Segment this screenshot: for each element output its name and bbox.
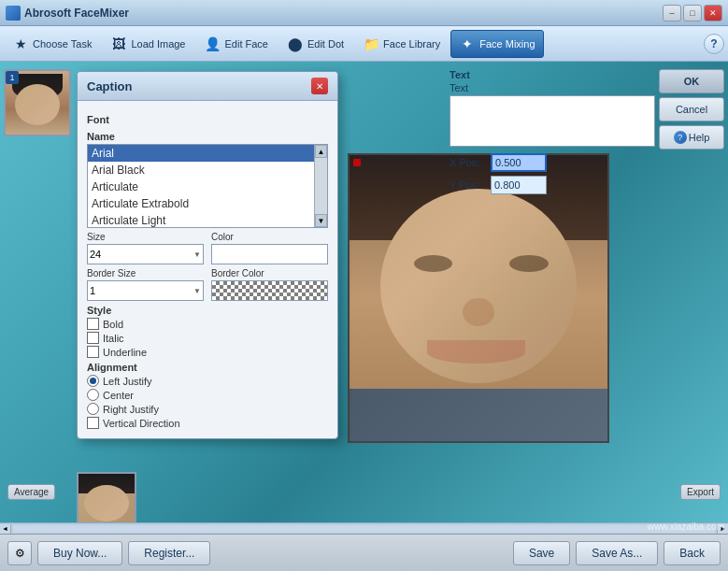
font-scrollbar[interactable]: ▲ ▼ — [314, 145, 327, 227]
font-item-articulate-extrabold[interactable]: Articulate Extrabold — [88, 195, 314, 212]
italic-label: Italic — [103, 333, 124, 344]
font-list-content: Arial Arial Black Articulate Articulate … — [88, 145, 314, 228]
bold-checkbox[interactable] — [87, 318, 99, 330]
bold-label: Bold — [103, 319, 123, 330]
text-input[interactable] — [450, 95, 655, 147]
font-item-arial-black[interactable]: Arial Black — [88, 162, 314, 178]
face-mixing-label: Face Mixing — [479, 38, 535, 50]
italic-checkbox-row: Italic — [87, 332, 328, 344]
title-bar: Abrosoft FaceMixer – □ ✕ — [0, 0, 728, 26]
right-justify-radio[interactable] — [87, 403, 99, 415]
save-button[interactable]: Save — [513, 541, 570, 565]
dialog-title-bar: Caption ✕ — [78, 72, 337, 101]
left-justify-radio[interactable] — [87, 375, 99, 387]
watermark: www.xiazaiba.com — [648, 521, 724, 532]
app-icon — [6, 6, 21, 21]
dialog-body: Font Name Arial Arial Black Articulate A… — [78, 101, 337, 438]
choose-task-label: Choose Task — [33, 38, 92, 50]
toolbar-choose-task[interactable]: ★ Choose Task — [4, 30, 100, 58]
save-as-button[interactable]: Save As... — [576, 541, 658, 565]
italic-checkbox[interactable] — [87, 332, 99, 344]
border-color-col: Border Color — [211, 268, 328, 301]
font-item-articulate[interactable]: Articulate — [88, 178, 314, 195]
face-mixing-icon: ✦ — [459, 36, 476, 52]
average-button[interactable]: Average — [7, 484, 55, 500]
toolbar-face-library[interactable]: 📁 Face Library — [354, 30, 449, 58]
border-size-select[interactable]: 1 ▼ — [87, 280, 204, 301]
window-controls[interactable]: – □ ✕ — [663, 5, 722, 21]
ok-button[interactable]: OK — [659, 69, 724, 93]
color-col: Color — [211, 232, 328, 264]
buy-now-button[interactable]: Buy Now... — [37, 541, 122, 565]
size-select[interactable]: 24 ▼ — [87, 244, 204, 264]
help-circle-icon: ? — [674, 131, 687, 144]
size-color-row: Size 24 ▼ Color — [87, 232, 328, 264]
help-button[interactable]: ? — [704, 34, 724, 54]
border-size-dropdown-arrow: ▼ — [193, 287, 201, 295]
load-image-icon: 🖼 — [110, 36, 127, 52]
size-value: 24 — [90, 249, 101, 260]
text-section-label: Text — [450, 69, 655, 80]
style-label: Style — [87, 305, 328, 316]
horizontal-scroll-track — [13, 525, 715, 533]
xpos-label: X Pos: — [450, 157, 487, 168]
font-item-articulate-light[interactable]: Articulate Light — [88, 212, 314, 228]
dialog-close-button[interactable]: ✕ — [311, 78, 328, 94]
horizontal-scrollbar[interactable]: ◄ ► — [0, 522, 728, 534]
vertical-direction-label: Vertical Direction — [103, 418, 180, 429]
border-color-picker[interactable] — [211, 280, 328, 301]
minimize-button[interactable]: – — [663, 5, 681, 21]
bold-checkbox-row: Bold — [87, 318, 328, 330]
right-panel: Text Text X Pos: Y Pos: OK Cancel ? Help — [449, 69, 724, 194]
cancel-button[interactable]: Cancel — [659, 97, 724, 121]
font-item-arial[interactable]: Arial — [88, 145, 314, 162]
help-action-button[interactable]: ? Help — [659, 125, 724, 150]
face-library-icon: 📁 — [363, 36, 379, 52]
choose-task-icon: ★ — [12, 36, 29, 52]
ypos-input[interactable] — [491, 176, 547, 194]
xpos-input[interactable] — [491, 153, 547, 172]
center-radio-row: Center — [87, 389, 328, 401]
edit-dot-label: Edit Dot — [307, 38, 344, 50]
underline-checkbox[interactable] — [87, 346, 99, 358]
edit-face-label: Edit Face — [225, 38, 268, 50]
toolbar-edit-face[interactable]: 👤 Edit Face — [196, 30, 277, 58]
preview-frame — [348, 153, 609, 443]
caption-dialog: Caption ✕ Font Name Arial Arial Black Ar… — [77, 71, 338, 439]
help-button-label: Help — [689, 132, 710, 143]
back-button[interactable]: Back — [664, 541, 721, 565]
main-content: 1 Average Caption ✕ Font Name Arial — [0, 62, 728, 534]
action-buttons-area: Text Text X Pos: Y Pos: OK Cancel ? Help — [449, 69, 724, 194]
scroll-down-arrow[interactable]: ▼ — [315, 214, 327, 227]
border-row: Border Size 1 ▼ Border Color — [87, 268, 328, 301]
ok-cancel-help-buttons: OK Cancel ? Help — [659, 69, 724, 194]
app-title: Abrosoft FaceMixer — [24, 7, 129, 20]
sidebar-face-1[interactable]: 1 — [4, 69, 73, 136]
settings-icon-button[interactable]: ⚙ — [7, 541, 32, 565]
toolbar-load-image[interactable]: 🖼 Load Image — [102, 30, 193, 58]
right-justify-radio-row: Right Justify — [87, 403, 328, 415]
toolbar-face-mixing[interactable]: ✦ Face Mixing — [450, 30, 543, 58]
bottom-toolbar: ⚙ Buy Now... Register... Save Save As...… — [0, 534, 728, 571]
edit-face-icon: 👤 — [205, 36, 221, 52]
scroll-left-button[interactable]: ◄ — [0, 524, 11, 534]
border-color-label: Border Color — [211, 268, 328, 278]
close-button[interactable]: ✕ — [704, 5, 722, 21]
size-label: Size — [87, 232, 204, 242]
vertical-direction-checkbox[interactable] — [87, 417, 99, 429]
font-listbox[interactable]: Arial Arial Black Articulate Articulate … — [87, 144, 328, 228]
border-size-label: Border Size — [87, 268, 204, 278]
main-toolbar: ★ Choose Task 🖼 Load Image 👤 Edit Face ⬤… — [0, 26, 728, 62]
export-button[interactable]: Export — [680, 484, 721, 500]
scroll-track — [315, 158, 327, 214]
color-picker[interactable] — [211, 244, 328, 264]
toolbar-edit-dot[interactable]: ⬤ Edit Dot — [278, 30, 352, 58]
center-label: Center — [103, 390, 134, 401]
preview-face — [350, 155, 607, 441]
register-button[interactable]: Register... — [128, 541, 210, 565]
scroll-up-arrow[interactable]: ▲ — [315, 145, 327, 158]
ypos-row: Y Pos: — [450, 176, 655, 194]
center-radio[interactable] — [87, 389, 99, 401]
maximize-button[interactable]: □ — [683, 5, 702, 21]
alignment-label: Alignment — [87, 362, 328, 373]
